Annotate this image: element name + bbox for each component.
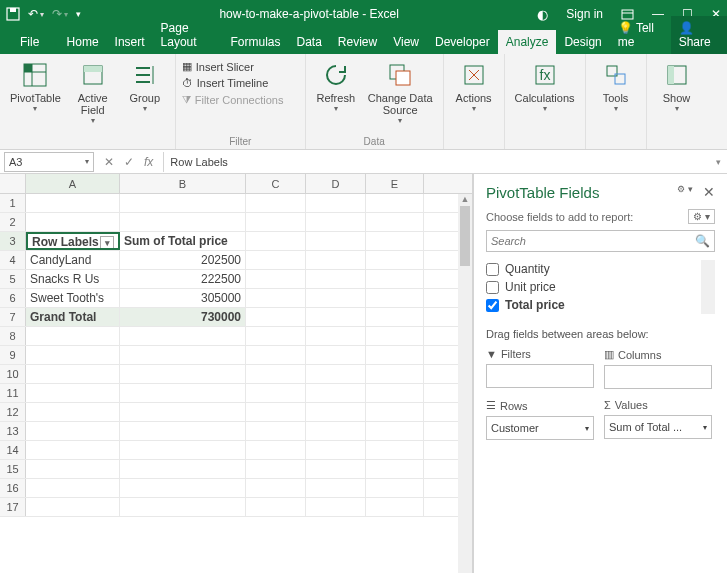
cell[interactable]: [120, 194, 246, 212]
cell[interactable]: [246, 232, 306, 250]
cell[interactable]: [306, 213, 366, 231]
pivottable-button[interactable]: PivotTable: [6, 58, 65, 130]
vertical-scrollbar[interactable]: ▲: [458, 194, 472, 573]
name-box[interactable]: A3▾: [4, 152, 94, 172]
cell[interactable]: [306, 251, 366, 269]
col-header-c[interactable]: C: [246, 174, 306, 193]
rows-area[interactable]: ☰Rows Customer▾: [486, 399, 594, 440]
cell[interactable]: [246, 384, 306, 402]
cell[interactable]: [26, 194, 120, 212]
field-checkbox[interactable]: [486, 281, 499, 294]
col-header-e[interactable]: E: [366, 174, 424, 193]
save-icon[interactable]: [6, 7, 20, 21]
cell[interactable]: [366, 346, 424, 364]
cell[interactable]: [306, 327, 366, 345]
cell[interactable]: [26, 346, 120, 364]
worksheet[interactable]: A B C D E 123Row Labels▾Sum of Total pri…: [0, 174, 473, 573]
tab-home[interactable]: Home: [59, 30, 107, 54]
cell[interactable]: [306, 403, 366, 421]
cell[interactable]: [306, 479, 366, 497]
panel-layout-dropdown[interactable]: ⚙ ▾: [677, 184, 693, 194]
formula-bar[interactable]: Row Labels: [163, 152, 710, 172]
cell[interactable]: 730000: [120, 308, 246, 326]
cell[interactable]: [246, 270, 306, 288]
row-header[interactable]: 5: [0, 270, 26, 288]
filter-dropdown-icon[interactable]: ▾: [100, 236, 114, 250]
col-header-b[interactable]: B: [120, 174, 246, 193]
cell[interactable]: 202500: [120, 251, 246, 269]
row-header[interactable]: 9: [0, 346, 26, 364]
cell[interactable]: [306, 194, 366, 212]
cell[interactable]: [246, 251, 306, 269]
search-input[interactable]: [491, 235, 695, 247]
calculations-button[interactable]: fxCalculations: [511, 58, 579, 130]
cell[interactable]: [306, 365, 366, 383]
cell[interactable]: [306, 270, 366, 288]
cell[interactable]: CandyLand: [26, 251, 120, 269]
cell[interactable]: [306, 460, 366, 478]
cell[interactable]: [306, 232, 366, 250]
cell[interactable]: Grand Total: [26, 308, 120, 326]
share-button[interactable]: 👤 Share: [671, 16, 727, 54]
tab-analyze[interactable]: Analyze: [498, 30, 557, 54]
cell[interactable]: [26, 498, 120, 516]
cell[interactable]: [306, 308, 366, 326]
row-header[interactable]: 3: [0, 232, 26, 250]
row-header[interactable]: 11: [0, 384, 26, 402]
tab-formulas[interactable]: Formulas: [222, 30, 288, 54]
cell[interactable]: [246, 422, 306, 440]
cell[interactable]: [366, 365, 424, 383]
cell[interactable]: [26, 384, 120, 402]
cell[interactable]: [246, 498, 306, 516]
row-header[interactable]: 16: [0, 479, 26, 497]
tab-design[interactable]: Design: [556, 30, 609, 54]
cell[interactable]: [366, 498, 424, 516]
tab-insert[interactable]: Insert: [107, 30, 153, 54]
close-panel-button[interactable]: ✕: [703, 184, 715, 200]
cell[interactable]: [306, 422, 366, 440]
cell[interactable]: [120, 422, 246, 440]
cell[interactable]: [246, 194, 306, 212]
redo-icon[interactable]: ↷: [52, 7, 68, 21]
row-header[interactable]: 7: [0, 308, 26, 326]
tab-data[interactable]: Data: [289, 30, 330, 54]
cell[interactable]: [246, 289, 306, 307]
tab-review[interactable]: Review: [330, 30, 385, 54]
cell[interactable]: Sweet Tooth's: [26, 289, 120, 307]
cell[interactable]: [120, 384, 246, 402]
cell[interactable]: 222500: [120, 270, 246, 288]
cell[interactable]: [366, 403, 424, 421]
rows-field-item[interactable]: Customer: [491, 422, 539, 434]
row-header[interactable]: 14: [0, 441, 26, 459]
row-header[interactable]: 6: [0, 289, 26, 307]
select-all-corner[interactable]: [0, 174, 26, 193]
cell[interactable]: Row Labels▾: [26, 232, 120, 250]
undo-icon[interactable]: ↶: [28, 7, 44, 21]
cell[interactable]: 305000: [120, 289, 246, 307]
cell[interactable]: [366, 232, 424, 250]
cell[interactable]: [306, 498, 366, 516]
field-item[interactable]: Unit price: [486, 278, 701, 296]
signin-link[interactable]: Sign in: [566, 7, 603, 21]
cell[interactable]: [246, 327, 306, 345]
tab-view[interactable]: View: [385, 30, 427, 54]
cell[interactable]: [120, 327, 246, 345]
cell[interactable]: [306, 441, 366, 459]
cell[interactable]: [366, 460, 424, 478]
row-header[interactable]: 1: [0, 194, 26, 212]
cell[interactable]: [26, 365, 120, 383]
values-field-item[interactable]: Sum of Total ...: [609, 421, 682, 433]
cell[interactable]: [366, 251, 424, 269]
gear-icon[interactable]: ⚙ ▾: [688, 209, 715, 224]
row-header[interactable]: 8: [0, 327, 26, 345]
row-header[interactable]: 15: [0, 460, 26, 478]
field-item[interactable]: Total price: [486, 296, 701, 314]
refresh-button[interactable]: Refresh: [312, 58, 360, 130]
field-checkbox[interactable]: [486, 299, 499, 312]
cell[interactable]: [246, 346, 306, 364]
cell[interactable]: [120, 498, 246, 516]
cell[interactable]: [26, 441, 120, 459]
cell[interactable]: [246, 213, 306, 231]
row-header[interactable]: 4: [0, 251, 26, 269]
active-field-button[interactable]: Active Field: [69, 58, 117, 130]
